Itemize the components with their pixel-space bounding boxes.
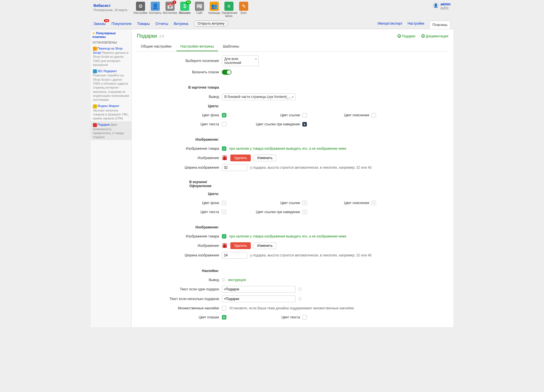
info-icon: ⓘ [222,278,225,282]
bg-color-swatch[interactable]: ▾ [222,113,226,117]
change-button[interactable]: Изменить [254,155,276,161]
text-color-swatch-3[interactable] [302,315,307,320]
text-color-label-3: Цвет текста [260,315,300,319]
delete-button[interactable]: Удалить [230,155,251,161]
link-color-swatch-2[interactable]: × [302,201,307,205]
gift-icon [222,155,228,161]
link-hover-label-2: Цвет ссылки при наведение [243,210,300,214]
enable-toggle[interactable] [222,70,231,75]
sidebar-item[interactable]: Переход на Shop-Script Перенос данных в … [92,45,130,68]
svg-rect-2 [224,157,225,160]
svg-rect-7 [224,245,225,248]
tab-templates[interactable]: Шаблоны [219,42,243,51]
change-button-2[interactable]: Изменить [254,242,276,249]
nav-plugins[interactable]: Плагины [429,21,450,29]
link-gifts[interactable]: +Подарки [398,34,415,38]
sidebar-popular[interactable]: ★ Популярные плагины [92,31,130,38]
link-hover-swatch-2[interactable]: × [302,210,307,214]
cart-head: В корзине/Оформление [137,180,222,188]
user-name[interactable]: admin [441,2,450,6]
badge-color-label: Цвет плашки [137,315,222,319]
width-input-2[interactable] [222,252,247,259]
note-color-swatch-2[interactable]: × [371,201,376,205]
nav-customers[interactable]: Покупатели [111,22,131,26]
width-label-2: Ширина изображения [137,253,222,257]
svg-point-9 [225,243,226,245]
prod-image-label-2: Изображение товара [137,234,222,238]
sidebar-item[interactable]: Яндекс.Маркет Экспорт каталога товаров в… [92,103,130,121]
product-card-head: В карточке товара [137,85,222,89]
stickers-head: Наклейки: [137,269,222,273]
prod-image-hint-2: при наличии у товара изображения выводит… [229,234,346,238]
multi-checkbox[interactable] [222,306,226,310]
orders-badge: 59 [104,19,109,22]
link-color-label: Цвет ссылки [260,113,300,117]
app-настройки[interactable]: ⚙Настройки [133,1,148,18]
info-icon[interactable]: ⓘ [298,287,302,292]
text-color-swatch-2[interactable]: × [222,210,226,214]
nav-products[interactable]: Товары [137,22,150,26]
note-color-label: Цвет пояснения [330,113,369,117]
delete-button-2[interactable]: Удалить [230,242,251,249]
nav-import-export[interactable]: Импорт/экспорт [378,22,403,25]
instruction-link[interactable]: инструкция [228,278,246,282]
nav-storefront[interactable]: Витрина [174,22,188,26]
app-магазин[interactable]: $Магазин59 [177,1,192,18]
app-сайт[interactable]: 📰Сайт [192,1,207,18]
chevron-down-icon: ▾ [255,57,257,61]
prod-image-label: Изображение товара [137,147,222,151]
nav-settings[interactable]: Настройки [407,22,424,25]
output-select[interactable]: В боковой части страницы (хук frontend_p… [222,93,296,100]
sidebar-item[interactable]: 301 Редирект Помогает перейти на Shop-Sc… [92,68,130,103]
sidebar-installed-head: УСТАНОВЛЕНЫ [92,41,130,44]
nav-orders[interactable]: Заказы59 [94,22,106,26]
gift-icon [222,243,228,249]
app-блог[interactable]: ✎Блог [236,1,251,18]
svg-point-4 [225,156,226,157]
tab-general[interactable]: Общие настройки [137,42,175,51]
link-hover-swatch[interactable]: ▾ [302,122,307,127]
app-инсталлер[interactable]: 📅Инсталлер2 [163,1,177,18]
logout-link[interactable]: выйти [441,6,450,9]
text-many-input[interactable] [222,295,296,302]
link-color-label-2: Цвет ссылки [260,201,300,205]
note-color-swatch[interactable] [371,113,376,117]
subnav: Заказы59 Покупатели Товары Отчеты Витрин… [91,18,453,29]
app-команда[interactable]: 👥Команда [207,1,222,18]
output-label: Вывод [137,95,222,99]
bg-color-swatch-2[interactable]: × [222,201,226,205]
nav-reports[interactable]: Отчеты [156,22,168,26]
app-управление-меню[interactable]: ≡Управление меню [222,1,236,18]
bg-color-label-2: Цвет фона [137,201,222,205]
brand-name[interactable]: Вебасист [94,3,133,8]
sidebar: ★ Популярные плагины УСТАНОВЛЕНЫ Переход… [91,29,132,327]
svg-point-8 [223,243,224,245]
text-color-label: Цвет текста [137,122,222,126]
open-storefront-button[interactable]: Открыть витрину [194,20,228,27]
app-контакты[interactable]: 👤Контакты [148,1,163,18]
chevron-down-icon: ▾ [292,95,294,98]
width-hint: у подарка, высота строится автоматически… [250,166,371,170]
image-head: Изображение: [137,138,222,142]
prod-image-checkbox-2[interactable]: ✓ [222,234,226,239]
info-icon[interactable]: ⓘ [298,297,302,301]
image-head-2: Изображение: [137,225,222,229]
image-label: Изображение [137,156,222,160]
output-label-2: Вывод [137,278,222,282]
note-color-label-2: Цвет пояснения [330,201,369,205]
tab-storefront[interactable]: Настройки витрины [177,42,218,51]
link-color-swatch[interactable] [302,113,307,117]
text-one-input[interactable] [222,286,296,293]
prod-image-checkbox[interactable]: ✓ [222,146,226,151]
badge-color-swatch[interactable]: ▾ [222,315,226,320]
width-input[interactable] [222,164,247,171]
link-hover-label: Цвет ссылки при наведение [243,122,300,126]
settlement-select[interactable]: Для всех поселений▾ [222,55,259,66]
avatar-icon[interactable]: 👤 [433,2,439,8]
link-docs[interactable]: ?Документация [421,34,448,38]
text-color-swatch[interactable] [222,122,226,127]
sidebar-item[interactable]: Подарки Дает возможность прикреплять к т… [91,121,131,140]
bg-color-label: Цвет фона [137,113,222,117]
enable-label: Включить плагин [137,70,222,74]
topbar: Вебасист Понедельник, 18 марта ⚙Настройк… [91,0,453,18]
